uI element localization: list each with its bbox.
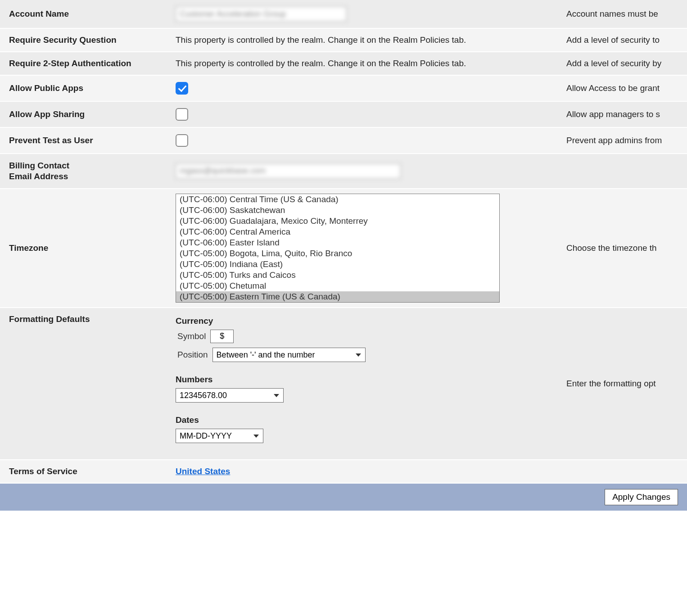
- timezone-option[interactable]: (UTC-06:00) Easter Island: [176, 237, 499, 248]
- value-timezone: (UTC-06:00) Central Time (US & Canada)(U…: [167, 189, 558, 307]
- label-billing-contact: Billing Contact Email Address: [0, 154, 167, 188]
- dates-format-select[interactable]: MM-DD-YYYY: [176, 429, 263, 443]
- tos-link[interactable]: United States: [176, 467, 230, 476]
- currency-heading: Currency: [176, 316, 213, 326]
- realm-text-security-question: This property is controlled by the realm…: [176, 35, 466, 45]
- numbers-format-select[interactable]: 12345678.00: [176, 388, 284, 403]
- row-formatting-defaults: Formatting Defaults Currency Symbol Posi…: [0, 308, 687, 460]
- label-require-2fa: Require 2-Step Authentication: [0, 52, 167, 75]
- currency-position-select[interactable]: Between '-' and the number: [212, 348, 366, 362]
- value-account-name: [167, 0, 558, 28]
- label-formatting-defaults: Formatting Defaults: [0, 308, 167, 459]
- row-prevent-test-user: Prevent Test as User Prevent app admins …: [0, 128, 687, 154]
- label-require-security-question: Require Security Question: [0, 29, 167, 51]
- prevent-test-user-checkbox[interactable]: [176, 134, 188, 147]
- desc-allow-app-sharing: Allow app managers to s: [558, 102, 687, 127]
- label-timezone: Timezone: [0, 189, 167, 307]
- label-allow-public-apps: Allow Public Apps: [0, 76, 167, 101]
- numbers-heading: Numbers: [176, 375, 212, 385]
- action-bar: Apply Changes: [0, 484, 687, 511]
- desc-formatting-defaults: Enter the formatting opt: [558, 308, 687, 459]
- dates-heading: Dates: [176, 415, 199, 425]
- row-billing-contact: Billing Contact Email Address: [0, 154, 687, 189]
- desc-timezone: Choose the timezone th: [558, 189, 687, 307]
- label-terms-of-service: Terms of Service: [0, 460, 167, 483]
- value-formatting-defaults: Currency Symbol Position Between '-' and…: [167, 308, 558, 459]
- numbers-row: 12345678.00: [176, 388, 284, 403]
- desc-require-security-question: Add a level of security to: [558, 29, 687, 51]
- label-account-name: Account Name: [0, 0, 167, 28]
- currency-position-row: Position Between '-' and the number: [177, 348, 366, 362]
- timezone-option[interactable]: (UTC-05:00) Eastern Time (US & Canada): [176, 291, 499, 302]
- row-terms-of-service: Terms of Service United States: [0, 460, 687, 484]
- settings-table: Account Name Account names must be Requi…: [0, 0, 687, 484]
- desc-account-name: Account names must be: [558, 0, 687, 28]
- desc-terms-of-service: [558, 460, 687, 483]
- currency-position-label: Position: [177, 350, 208, 360]
- desc-billing-contact: [558, 154, 687, 188]
- billing-email-input[interactable]: [176, 163, 401, 179]
- label-prevent-test-user: Prevent Test as User: [0, 128, 167, 153]
- allow-public-apps-checkbox[interactable]: [176, 82, 188, 95]
- timezone-option[interactable]: (UTC-05:00) Turks and Caicos: [176, 270, 499, 281]
- timezone-option[interactable]: (UTC-06:00) Central Time (US & Canada): [176, 194, 499, 205]
- allow-app-sharing-checkbox[interactable]: [176, 108, 188, 121]
- account-name-input[interactable]: [176, 6, 347, 22]
- currency-symbol-input[interactable]: [210, 330, 234, 343]
- billing-label-text: Billing Contact Email Address: [9, 160, 69, 182]
- value-require-2fa: This property is controlled by the realm…: [167, 52, 558, 75]
- numbers-select-wrap: 12345678.00: [176, 388, 284, 403]
- dates-select-wrap: MM-DD-YYYY: [176, 429, 263, 443]
- dates-row: MM-DD-YYYY: [176, 429, 263, 443]
- currency-symbol-row: Symbol: [177, 330, 234, 343]
- row-require-2fa: Require 2-Step Authentication This prope…: [0, 52, 687, 76]
- timezone-option[interactable]: (UTC-05:00) Bogota, Lima, Quito, Rio Bra…: [176, 248, 499, 259]
- timezone-listbox[interactable]: (UTC-06:00) Central Time (US & Canada)(U…: [176, 194, 500, 303]
- desc-prevent-test-user: Prevent app admins from: [558, 128, 687, 153]
- value-allow-app-sharing: [167, 102, 558, 127]
- timezone-option[interactable]: (UTC-05:00) Indiana (East): [176, 259, 499, 270]
- value-terms-of-service: United States: [167, 460, 558, 483]
- apply-changes-button[interactable]: Apply Changes: [605, 489, 678, 505]
- label-allow-app-sharing: Allow App Sharing: [0, 102, 167, 127]
- currency-position-select-wrap: Between '-' and the number: [212, 348, 366, 362]
- row-account-name: Account Name Account names must be: [0, 0, 687, 29]
- value-require-security-question: This property is controlled by the realm…: [167, 29, 558, 51]
- value-allow-public-apps: [167, 76, 558, 101]
- realm-text-2fa: This property is controlled by the realm…: [176, 59, 466, 68]
- currency-symbol-label: Symbol: [177, 331, 206, 341]
- row-allow-public-apps: Allow Public Apps Allow Access to be gra…: [0, 76, 687, 102]
- row-allow-app-sharing: Allow App Sharing Allow app managers to …: [0, 102, 687, 128]
- value-billing-contact: [167, 154, 558, 188]
- desc-require-2fa: Add a level of security by: [558, 52, 687, 75]
- row-timezone: Timezone (UTC-06:00) Central Time (US & …: [0, 189, 687, 308]
- timezone-option[interactable]: (UTC-06:00) Saskatchewan: [176, 205, 499, 216]
- desc-allow-public-apps: Allow Access to be grant: [558, 76, 687, 101]
- timezone-option[interactable]: (UTC-06:00) Guadalajara, Mexico City, Mo…: [176, 216, 499, 226]
- timezone-option[interactable]: (UTC-05:00) Chetumal: [176, 281, 499, 291]
- timezone-option[interactable]: (UTC-06:00) Central America: [176, 226, 499, 237]
- row-require-security-question: Require Security Question This property …: [0, 29, 687, 52]
- value-prevent-test-user: [167, 128, 558, 153]
